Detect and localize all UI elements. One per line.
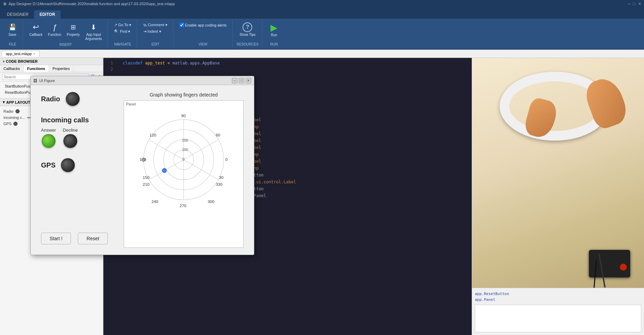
close-btn[interactable]: ✕ bbox=[638, 2, 641, 6]
right-list-empty bbox=[475, 305, 641, 332]
find-icon: 🔍 bbox=[114, 29, 119, 34]
maximize-figure-btn[interactable]: □ bbox=[239, 78, 244, 83]
minimize-btn[interactable]: ─ bbox=[628, 2, 631, 6]
insert-group-label: INSERT bbox=[59, 43, 72, 48]
view-buttons: Enable app coding alerts bbox=[177, 21, 229, 28]
enable-alerts-label: Enable app coding alerts bbox=[185, 23, 227, 27]
ui-figure-titlebar: 🖼 UI Figure ─ □ ✕ bbox=[31, 76, 254, 85]
reset-button[interactable]: Reset bbox=[78, 233, 108, 244]
goto-icon: ↗ bbox=[114, 23, 117, 27]
uif-radio-circle[interactable] bbox=[66, 92, 80, 106]
maximize-btn[interactable]: □ bbox=[633, 2, 635, 6]
uif-incoming-section: Incoming calls Answer Decline bbox=[41, 116, 117, 148]
uif-answer-circle[interactable] bbox=[42, 134, 55, 148]
line-gutter-1 bbox=[116, 61, 121, 67]
polar-label-210: 210 bbox=[143, 182, 150, 186]
code-browser-title: CODE BROWSER bbox=[6, 59, 38, 63]
save-icon: 💾 bbox=[8, 22, 17, 32]
property-button[interactable]: ⊞ Property bbox=[65, 21, 82, 38]
tab-designer[interactable]: DESIGNER bbox=[1, 10, 34, 19]
navigate-group-label: NAVIGATE bbox=[114, 42, 131, 48]
polar-label-30: 30 bbox=[219, 175, 223, 180]
file-tab-row: app_test.mlapp × bbox=[0, 50, 644, 58]
uif-gps-row: GPS bbox=[41, 158, 117, 172]
run-icon: ▶ bbox=[269, 23, 279, 32]
ribbon-insert-buttons: ↩ Callback ƒ Function ⊞ Property ⬇ App I… bbox=[27, 21, 104, 42]
find-button[interactable]: 🔍 Find ▾ bbox=[112, 29, 133, 34]
resources-buttons: ? Show Tips bbox=[237, 21, 257, 38]
tab-editor[interactable]: EDITOR bbox=[34, 10, 61, 19]
file-tab-close[interactable]: × bbox=[33, 52, 35, 56]
uif-decline-circle[interactable] bbox=[63, 134, 77, 148]
incoming-label: Incoming c... bbox=[3, 115, 25, 120]
window-controls[interactable]: ─ □ ✕ bbox=[628, 2, 641, 6]
app-icon: 🖥 bbox=[3, 2, 7, 6]
code-browser-arrow: ▾ bbox=[3, 60, 4, 63]
ui-figure-window[interactable]: 🖼 UI Figure ─ □ ✕ Radio Incoming calls A… bbox=[30, 76, 254, 255]
minimize-figure-btn[interactable]: ─ bbox=[232, 78, 237, 83]
ribbon-group-insert: ↩ Callback ƒ Function ⊞ Property ⬇ App I… bbox=[24, 20, 108, 49]
uif-incoming-title: Incoming calls bbox=[41, 116, 117, 124]
ui-figure-body: Radio Incoming calls Answer Decline bbox=[31, 85, 254, 255]
ribbon-group-resources: ? Show Tips RESOURCES bbox=[233, 20, 262, 49]
svg-line-9 bbox=[149, 140, 184, 160]
edit-buttons: % Comment ▾ ⇥ Indent ▾ bbox=[141, 21, 170, 34]
file-group-label: FILE bbox=[9, 42, 16, 48]
ribbon-group-edit: % Comment ▾ ⇥ Indent ▾ EDIT bbox=[138, 20, 173, 49]
callback-label: Callback bbox=[29, 33, 42, 37]
save-button[interactable]: 💾 Save bbox=[6, 21, 19, 38]
polar-label-60: 60 bbox=[216, 133, 220, 137]
edit-group-label: EDIT bbox=[151, 42, 159, 48]
goto-button[interactable]: ↗ Go To ▾ bbox=[112, 22, 133, 28]
cb-tab-callbacks[interactable]: Callbacks bbox=[0, 65, 24, 72]
function-button[interactable]: ƒ Function bbox=[46, 21, 63, 38]
ribbon-group-run: ▶ Run RUN bbox=[263, 20, 285, 49]
callback-button[interactable]: ↩ Callback bbox=[27, 21, 44, 38]
enable-alerts-checkbox[interactable] bbox=[180, 23, 184, 27]
file-tab-app-test[interactable]: app_test.mlapp × bbox=[1, 51, 40, 57]
app-layout-arrow: ▾ bbox=[3, 100, 5, 104]
right-list-item-reset: app.ResetButton bbox=[475, 291, 641, 297]
right-panel: app.ResetButton app.Panel bbox=[472, 58, 644, 335]
start-button[interactable]: Start ! bbox=[41, 233, 71, 244]
polar-label-0: 0 bbox=[225, 157, 228, 162]
line-content-2 bbox=[121, 67, 472, 73]
file-tab-name: app_test.mlapp bbox=[6, 52, 32, 56]
property-label: Property bbox=[67, 33, 80, 37]
title-bar: 🖥 App Designer D:\1MonashStuff\Innovate … bbox=[0, 0, 644, 8]
polar-label-0inner: 0 bbox=[183, 158, 185, 161]
app-input-button[interactable]: ⬇ App InputArguments bbox=[83, 21, 104, 42]
cb-tab-functions[interactable]: Functions bbox=[24, 65, 49, 72]
cb-tab-properties[interactable]: Properties bbox=[49, 65, 73, 72]
navigate-buttons: ↗ Go To ▾ 🔍 Find ▾ bbox=[112, 21, 133, 34]
line-num-2: 2 bbox=[103, 67, 116, 73]
comment-icon: % bbox=[143, 23, 147, 27]
radio-label: Radio bbox=[3, 109, 13, 113]
run-buttons: ▶ Run bbox=[266, 21, 282, 38]
uif-chart-title: Graph showing fingers detected bbox=[124, 92, 244, 98]
app-layout-title: APP LAYOUT bbox=[6, 100, 30, 104]
polar-label-300: 300 bbox=[208, 199, 215, 204]
ribbon-group-view: Enable app coding alerts VIEW bbox=[174, 20, 233, 49]
polar-label-90: 90 bbox=[181, 113, 186, 118]
resources-group-label: RESOURCES bbox=[237, 42, 258, 48]
code-line-1: 1 classdef app_test < matlab.apps.AppBas… bbox=[103, 61, 472, 67]
view-group-label: VIEW bbox=[198, 42, 207, 48]
show-tips-button[interactable]: ? Show Tips bbox=[237, 21, 257, 38]
comment-button[interactable]: % Comment ▾ bbox=[141, 22, 170, 28]
uif-answer-label: Answer bbox=[41, 128, 56, 133]
led-indicator bbox=[620, 264, 627, 271]
ui-figure-controls[interactable]: ─ □ ✕ bbox=[232, 78, 251, 83]
uif-answer-group: Answer bbox=[41, 128, 56, 148]
indent-button[interactable]: ⇥ Indent ▾ bbox=[141, 29, 170, 34]
video-panel bbox=[472, 58, 644, 288]
close-figure-btn[interactable]: ✕ bbox=[246, 78, 251, 83]
save-label: Save bbox=[9, 33, 17, 37]
line-num-1: 1 bbox=[103, 61, 116, 67]
enable-alerts-checkbox-label[interactable]: Enable app coding alerts bbox=[177, 22, 229, 28]
show-tips-label: Show Tips bbox=[239, 33, 255, 37]
run-button[interactable]: ▶ Run bbox=[266, 21, 282, 38]
ui-figure-title-text: UI Figure bbox=[39, 79, 55, 83]
uif-gps-circle[interactable] bbox=[61, 158, 75, 172]
svg-line-6 bbox=[184, 160, 218, 180]
